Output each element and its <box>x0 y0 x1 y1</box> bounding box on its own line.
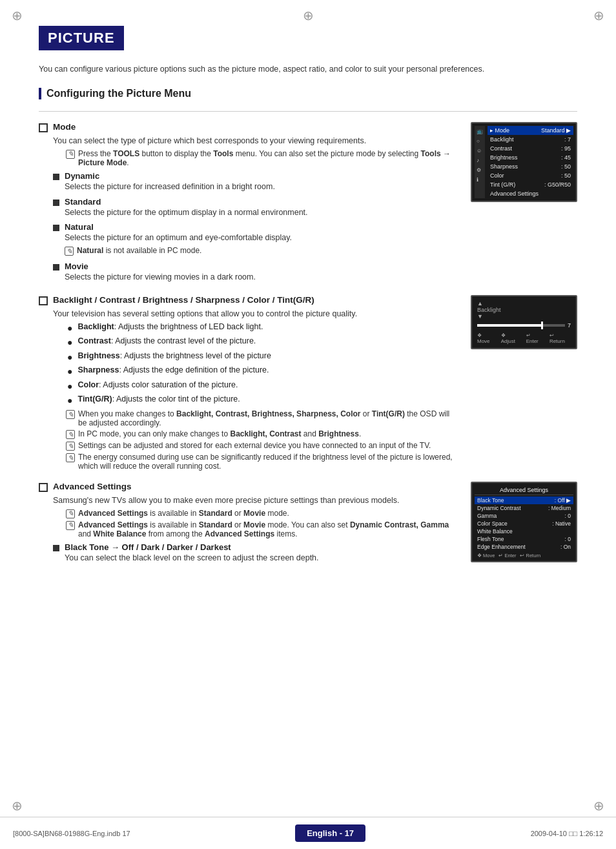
backlight-num: 7 <box>568 322 571 329</box>
backlight-note-4-text: The energy consumed during use can be si… <box>78 453 458 471</box>
bottom-right-text: 2009-04-10 □□ 1:26:12 <box>531 830 603 837</box>
icon-4: ⚙ <box>477 167 483 173</box>
intro-text: You can configure various picture option… <box>39 65 577 74</box>
advanced-note-2: ✎ Advanced Settings is available in Stan… <box>66 520 458 538</box>
top-center-cross: ⊕ <box>303 8 314 23</box>
bottom-left-text: [8000-SA]BN68-01988G-Eng.indb 17 <box>13 830 130 837</box>
backlight-note-4: ✎ The energy consumed during use can be … <box>66 453 458 471</box>
blacktone-bullet <box>53 545 59 551</box>
advanced-desc: Samsung's new TVs allow you to make even… <box>53 495 458 507</box>
dynamic-row: Dynamic Selects the picture for increase… <box>53 171 458 193</box>
dynamic-heading: Dynamic <box>65 171 99 181</box>
bullet-backlight: ● Backlight: Adjusts the brightness of L… <box>67 322 458 335</box>
tv-row-mode: ▸ ModeStandard ▶ <box>488 126 573 135</box>
bottom-left-cross: ⊕ <box>12 798 23 813</box>
natural-note-row: ✎ Natural is not available in PC mode. <box>65 246 292 256</box>
bullet-contrast-text: Contrast: Adjusts the contrast level of … <box>77 336 256 345</box>
adv-nav-move: ❖ Move <box>477 553 495 558</box>
adv-row-fleshtone: Flesh Tone: 0 <box>475 535 573 543</box>
backlight-note-3-text: Settings can be adjusted and stored for … <box>78 441 431 450</box>
nav-enter: ↵ Enter <box>526 332 544 344</box>
bullet-dot-4: ● <box>67 365 72 378</box>
natural-desc: Selects the picture for an optimum and e… <box>65 233 292 242</box>
top-left-cross: ⊕ <box>12 8 23 23</box>
advanced-heading-row: Advanced Settings <box>39 482 458 492</box>
backlight-left: Backlight / Contrast / Brightness / Shar… <box>39 295 471 473</box>
bullet-brightness: ● Brightness: Adjusts the brightness lev… <box>67 351 458 364</box>
adv-tv: Advanced Settings Black Tone: Off ▶ Dyna… <box>471 482 577 562</box>
nav-return: ↩ Return <box>549 332 571 344</box>
advanced-section: Advanced Settings Samsung's new TVs allo… <box>39 482 577 567</box>
tv-row-backlight: Backlight: 7 <box>488 135 573 144</box>
adv-row-edge: Edge Enhancement: On <box>475 543 573 551</box>
adv-row-gamma: Gamma: 0 <box>475 512 573 520</box>
backlight-desc: Your television has several setting opti… <box>53 308 458 320</box>
adv-row-blacktone: Black Tone: Off ▶ <box>475 496 573 504</box>
note-icon-b4: ✎ <box>66 453 75 462</box>
standard-content: Standard Selects the picture for the opt… <box>65 197 308 219</box>
mode-note-row: ✎ Press the TOOLS button to display the … <box>66 149 458 167</box>
backlight-label-row: ▲Backlight▼ <box>477 300 571 320</box>
advanced-body: Samsung's new TVs allow you to make even… <box>53 495 458 538</box>
note-icon-a1: ✎ <box>66 509 75 518</box>
standard-bullet <box>53 199 59 206</box>
bullet-dot-6: ● <box>67 394 72 407</box>
tv-menu-content: ▸ ModeStandard ▶ Backlight: 7 Contrast: … <box>488 126 573 198</box>
bullet-tint-text: Tint(G/R): Adjusts the color tint of the… <box>77 394 240 404</box>
top-right-cross: ⊕ <box>593 8 604 23</box>
bullet-color-text: Color: Adjusts color saturation of the p… <box>77 380 238 389</box>
page-title: PICTURE <box>39 26 124 50</box>
mode-desc: You can select the type of picture which… <box>53 135 458 147</box>
adv-row-dyncontrast: Dynamic Contrast: Medium <box>475 504 573 512</box>
mode-heading: Mode <box>53 122 76 132</box>
movie-bullet <box>53 264 59 271</box>
standard-desc: Selects the picture for the optimum disp… <box>65 208 308 217</box>
blacktone-desc: You can select the black level on the sc… <box>65 553 319 562</box>
note-icon-b3: ✎ <box>66 442 75 451</box>
tv-row-tint: Tint (G/R): G50/R50 <box>488 180 573 189</box>
backlight-heading: Backlight / Contrast / Brightness / Shar… <box>53 295 314 305</box>
mode-body: You can select the type of picture which… <box>53 135 458 167</box>
subsection-title: Configuring the Picture Menu <box>39 88 577 99</box>
adv-nav-enter: ↵ Enter <box>498 553 516 558</box>
dynamic-content: Dynamic Selects the picture for increase… <box>65 171 275 193</box>
tv-row-advsettings: Advanced Settings <box>488 189 573 198</box>
backlight-note-2: ✎ In PC mode, you can only make changes … <box>66 429 458 439</box>
bullet-sharpness-text: Sharpness: Adjusts the edge definition o… <box>77 365 269 374</box>
adv-row-colorspace: Color Space: Native <box>475 520 573 527</box>
blacktone-row: Black Tone → Off / Dark / Darker / Darke… <box>53 542 458 564</box>
tv-menu-1: 📺 ○ ☺ ♪ ⚙ ℹ ▸ ModeStandard ▶ <box>471 122 577 202</box>
icon-1: ○ <box>477 138 483 144</box>
backlight-note-1: ✎ When you make changes to Backlight, Co… <box>66 409 458 427</box>
natural-note: Natural is not available in PC mode. <box>77 246 201 255</box>
adv-nav: ❖ Move ↵ Enter ↩ Return <box>475 553 573 558</box>
bullet-brightness-text: Brightness: Adjusts the brightness level… <box>77 351 271 360</box>
note-icon-a2: ✎ <box>66 521 75 530</box>
natural-content: Natural Selects the picture for an optim… <box>65 222 292 258</box>
bullet-dot-5: ● <box>67 380 72 393</box>
advanced-two-col: Advanced Settings Samsung's new TVs allo… <box>39 482 577 567</box>
movie-row: Movie Selects the picture for viewing mo… <box>53 261 458 283</box>
note-icon-b1: ✎ <box>66 410 75 419</box>
movie-desc: Selects the picture for viewing movies i… <box>65 272 256 281</box>
mode-two-col: Mode You can select the type of picture … <box>39 122 577 286</box>
dynamic-desc: Selects the picture for increased defini… <box>65 182 275 191</box>
bullet-tint: ● Tint(G/R): Adjusts the color tint of t… <box>67 394 458 407</box>
bullet-contrast: ● Contrast: Adjusts the contrast level o… <box>67 336 458 349</box>
backlight-checkbox <box>39 296 48 305</box>
natural-row: Natural Selects the picture for an optim… <box>53 222 458 258</box>
backlight-section: Backlight / Contrast / Brightness / Shar… <box>39 295 577 473</box>
section-divider <box>39 111 577 112</box>
natural-bullet <box>53 225 59 231</box>
tv-screenshot-1: 📺 ○ ☺ ♪ ⚙ ℹ ▸ ModeStandard ▶ <box>471 122 577 202</box>
backlight-note-1-text: When you make changes to Backlight, Cont… <box>78 409 458 427</box>
backlight-two-col: Backlight / Contrast / Brightness / Shar… <box>39 295 577 473</box>
mode-note: Press the TOOLS button to display the To… <box>78 149 458 167</box>
bottom-right-cross: ⊕ <box>593 798 604 813</box>
bullet-color: ● Color: Adjusts color saturation of the… <box>67 380 458 393</box>
backlight-tv: ▲Backlight▼ 7 ❖ Move ❖ Adjust ↵ Enter <box>471 295 577 349</box>
movie-content: Movie Selects the picture for viewing mo… <box>65 261 256 283</box>
standard-row: Standard Selects the picture for the opt… <box>53 197 458 219</box>
advanced-note-2-text: Advanced Settings is available in Standa… <box>78 520 458 538</box>
tv-row-contrast: Contrast: 95 <box>488 144 573 153</box>
